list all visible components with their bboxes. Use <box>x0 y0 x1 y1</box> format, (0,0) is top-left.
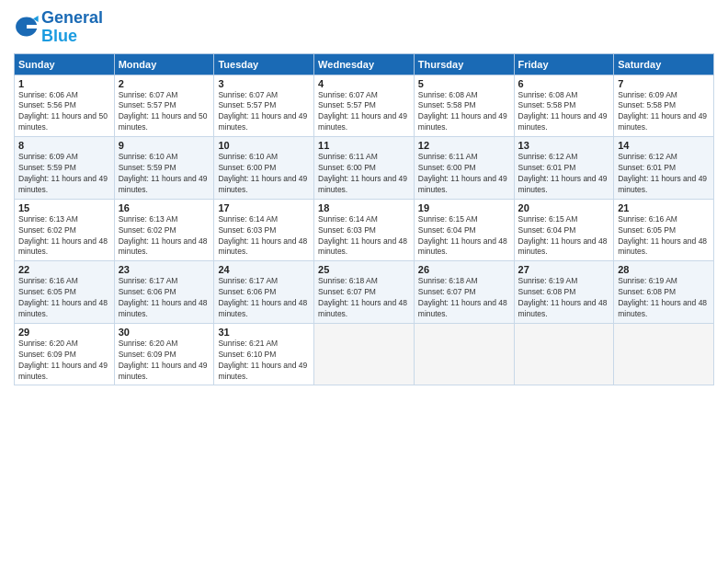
table-row: 17 Sunrise: 6:14 AM Sunset: 6:03 PM Dayl… <box>214 199 314 261</box>
logo-icon <box>14 14 40 40</box>
day-info: Sunrise: 6:16 AM Sunset: 6:05 PM Dayligh… <box>618 214 710 259</box>
day-info: Sunrise: 6:06 AM Sunset: 5:56 PM Dayligh… <box>18 90 110 134</box>
table-row: 29 Sunrise: 6:20 AM Sunset: 6:09 PM Dayl… <box>15 323 115 385</box>
day-number: 25 <box>318 264 410 275</box>
table-row: 20 Sunrise: 6:15 AM Sunset: 6:04 PM Dayl… <box>514 199 614 261</box>
day-number: 11 <box>318 140 410 151</box>
day-info: Sunrise: 6:17 AM Sunset: 6:06 PM Dayligh… <box>119 276 210 320</box>
day-info: Sunrise: 6:19 AM Sunset: 6:08 PM Dayligh… <box>518 276 610 320</box>
day-info: Sunrise: 6:20 AM Sunset: 6:09 PM Dayligh… <box>18 339 110 383</box>
header-wednesday: Wednesday <box>314 53 415 75</box>
day-number: 16 <box>119 202 210 213</box>
day-info: Sunrise: 6:15 AM Sunset: 6:04 PM Dayligh… <box>518 214 610 259</box>
day-number: 24 <box>218 264 310 275</box>
day-number: 19 <box>418 202 510 213</box>
table-row: 21 Sunrise: 6:16 AM Sunset: 6:05 PM Dayl… <box>614 199 714 261</box>
day-number: 20 <box>518 202 610 213</box>
day-number: 15 <box>18 202 110 213</box>
day-number: 17 <box>218 202 310 213</box>
day-info: Sunrise: 6:08 AM Sunset: 5:58 PM Dayligh… <box>518 90 610 134</box>
table-row: 9 Sunrise: 6:10 AM Sunset: 5:59 PM Dayli… <box>114 137 214 200</box>
header-tuesday: Tuesday <box>214 53 314 75</box>
day-info: Sunrise: 6:07 AM Sunset: 5:57 PM Dayligh… <box>318 90 410 134</box>
day-number: 12 <box>418 140 510 151</box>
header-sunday: Sunday <box>15 53 115 75</box>
day-number: 8 <box>18 140 110 151</box>
day-number: 10 <box>218 140 310 151</box>
table-row <box>614 323 714 385</box>
table-row: 30 Sunrise: 6:20 AM Sunset: 6:09 PM Dayl… <box>114 323 214 385</box>
day-number: 6 <box>518 78 610 89</box>
calendar-week-row: 15 Sunrise: 6:13 AM Sunset: 6:02 PM Dayl… <box>15 199 714 261</box>
table-row: 15 Sunrise: 6:13 AM Sunset: 6:02 PM Dayl… <box>15 199 115 261</box>
calendar-week-row: 1 Sunrise: 6:06 AM Sunset: 5:56 PM Dayli… <box>15 75 714 137</box>
page-container: General Blue Sunday Monday Tuesday Wedne… <box>0 0 728 395</box>
table-row <box>414 323 514 385</box>
table-row: 24 Sunrise: 6:17 AM Sunset: 6:06 PM Dayl… <box>214 261 314 324</box>
table-row: 22 Sunrise: 6:16 AM Sunset: 6:05 PM Dayl… <box>15 261 115 324</box>
logo: General Blue <box>14 9 103 46</box>
day-info: Sunrise: 6:09 AM Sunset: 5:58 PM Dayligh… <box>618 90 710 134</box>
day-number: 23 <box>119 264 210 275</box>
day-info: Sunrise: 6:12 AM Sunset: 6:01 PM Dayligh… <box>618 152 710 196</box>
table-row: 28 Sunrise: 6:19 AM Sunset: 6:08 PM Dayl… <box>614 261 714 324</box>
day-number: 22 <box>18 264 110 275</box>
day-info: Sunrise: 6:11 AM Sunset: 6:00 PM Dayligh… <box>318 152 410 196</box>
day-info: Sunrise: 6:07 AM Sunset: 5:57 PM Dayligh… <box>218 90 310 134</box>
table-row: 19 Sunrise: 6:15 AM Sunset: 6:04 PM Dayl… <box>414 199 514 261</box>
table-row: 8 Sunrise: 6:09 AM Sunset: 5:59 PM Dayli… <box>15 137 115 200</box>
day-number: 1 <box>18 78 110 89</box>
day-info: Sunrise: 6:07 AM Sunset: 5:57 PM Dayligh… <box>119 90 210 134</box>
table-row: 26 Sunrise: 6:18 AM Sunset: 6:07 PM Dayl… <box>414 261 514 324</box>
table-row: 11 Sunrise: 6:11 AM Sunset: 6:00 PM Dayl… <box>314 137 415 200</box>
day-info: Sunrise: 6:15 AM Sunset: 6:04 PM Dayligh… <box>418 214 510 259</box>
calendar-table: Sunday Monday Tuesday Wednesday Thursday… <box>14 53 714 386</box>
day-info: Sunrise: 6:09 AM Sunset: 5:59 PM Dayligh… <box>18 152 110 196</box>
table-row: 3 Sunrise: 6:07 AM Sunset: 5:57 PM Dayli… <box>214 75 314 137</box>
table-row <box>514 323 614 385</box>
day-number: 7 <box>618 78 710 89</box>
table-row: 13 Sunrise: 6:12 AM Sunset: 6:01 PM Dayl… <box>514 137 614 200</box>
header-monday: Monday <box>114 53 214 75</box>
day-number: 29 <box>18 327 110 338</box>
table-row: 27 Sunrise: 6:19 AM Sunset: 6:08 PM Dayl… <box>514 261 614 324</box>
day-info: Sunrise: 6:10 AM Sunset: 5:59 PM Dayligh… <box>119 152 210 196</box>
table-row: 16 Sunrise: 6:13 AM Sunset: 6:02 PM Dayl… <box>114 199 214 261</box>
calendar-week-row: 8 Sunrise: 6:09 AM Sunset: 5:59 PM Dayli… <box>15 137 714 200</box>
table-row: 4 Sunrise: 6:07 AM Sunset: 5:57 PM Dayli… <box>314 75 415 137</box>
weekday-header-row: Sunday Monday Tuesday Wednesday Thursday… <box>15 53 714 75</box>
day-info: Sunrise: 6:10 AM Sunset: 6:00 PM Dayligh… <box>218 152 310 196</box>
header-friday: Friday <box>514 53 614 75</box>
day-info: Sunrise: 6:14 AM Sunset: 6:03 PM Dayligh… <box>318 214 410 259</box>
day-number: 26 <box>418 264 510 275</box>
day-number: 9 <box>119 140 210 151</box>
table-row: 7 Sunrise: 6:09 AM Sunset: 5:58 PM Dayli… <box>614 75 714 137</box>
day-info: Sunrise: 6:13 AM Sunset: 6:02 PM Dayligh… <box>18 214 110 259</box>
table-row: 6 Sunrise: 6:08 AM Sunset: 5:58 PM Dayli… <box>514 75 614 137</box>
day-info: Sunrise: 6:11 AM Sunset: 6:00 PM Dayligh… <box>418 152 510 196</box>
day-number: 27 <box>518 264 610 275</box>
day-info: Sunrise: 6:18 AM Sunset: 6:07 PM Dayligh… <box>318 276 410 320</box>
table-row: 14 Sunrise: 6:12 AM Sunset: 6:01 PM Dayl… <box>614 137 714 200</box>
table-row: 1 Sunrise: 6:06 AM Sunset: 5:56 PM Dayli… <box>15 75 115 137</box>
page-header: General Blue <box>14 9 714 46</box>
day-info: Sunrise: 6:20 AM Sunset: 6:09 PM Dayligh… <box>119 339 210 383</box>
day-info: Sunrise: 6:08 AM Sunset: 5:58 PM Dayligh… <box>418 90 510 134</box>
table-row <box>314 323 415 385</box>
day-number: 31 <box>218 327 310 338</box>
table-row: 23 Sunrise: 6:17 AM Sunset: 6:06 PM Dayl… <box>114 261 214 324</box>
table-row: 25 Sunrise: 6:18 AM Sunset: 6:07 PM Dayl… <box>314 261 415 324</box>
day-number: 21 <box>618 202 710 213</box>
day-number: 18 <box>318 202 410 213</box>
table-row: 10 Sunrise: 6:10 AM Sunset: 6:00 PM Dayl… <box>214 137 314 200</box>
table-row: 18 Sunrise: 6:14 AM Sunset: 6:03 PM Dayl… <box>314 199 415 261</box>
table-row: 5 Sunrise: 6:08 AM Sunset: 5:58 PM Dayli… <box>414 75 514 137</box>
day-info: Sunrise: 6:19 AM Sunset: 6:08 PM Dayligh… <box>618 276 710 320</box>
table-row: 12 Sunrise: 6:11 AM Sunset: 6:00 PM Dayl… <box>414 137 514 200</box>
day-info: Sunrise: 6:14 AM Sunset: 6:03 PM Dayligh… <box>218 214 310 259</box>
day-info: Sunrise: 6:18 AM Sunset: 6:07 PM Dayligh… <box>418 276 510 320</box>
day-number: 14 <box>618 140 710 151</box>
calendar-week-row: 22 Sunrise: 6:16 AM Sunset: 6:05 PM Dayl… <box>15 261 714 324</box>
day-number: 4 <box>318 78 410 89</box>
day-info: Sunrise: 6:16 AM Sunset: 6:05 PM Dayligh… <box>18 276 110 320</box>
